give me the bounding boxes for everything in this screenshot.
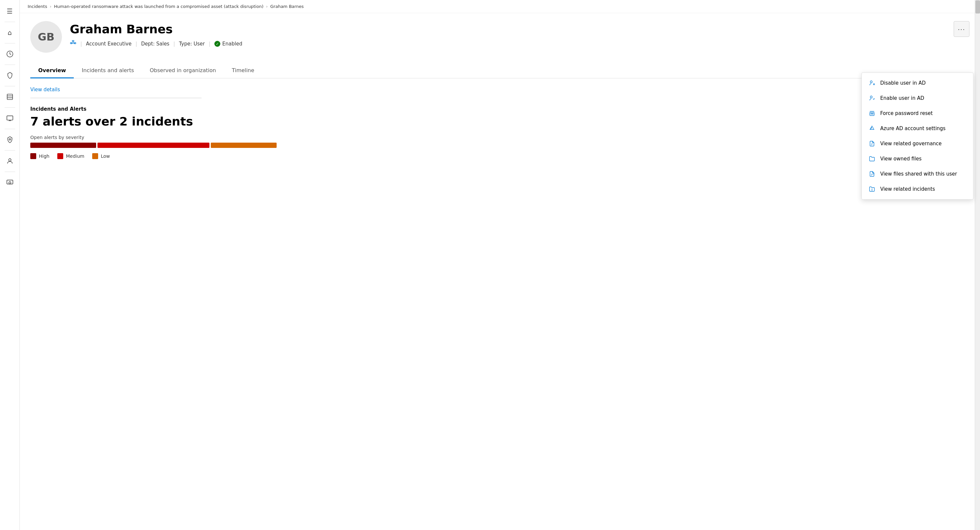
- menu-label-owned-files: View owned files: [880, 156, 922, 162]
- menu-label-incidents: View related incidents: [880, 186, 935, 192]
- incidents-icon: [869, 186, 876, 192]
- tab-overview[interactable]: Overview: [30, 63, 74, 78]
- svg-point-28: [872, 190, 872, 191]
- user-info: Graham Barnes | Account Executive |: [70, 21, 969, 48]
- menu-label-disable: Disable user in AD: [880, 80, 926, 86]
- eye-shield-icon[interactable]: [3, 132, 17, 147]
- sidebar-divider-2: [5, 43, 15, 43]
- svg-point-8: [9, 159, 11, 161]
- legend-color-high: [30, 153, 36, 159]
- user-dept: Dept: Sales: [141, 41, 170, 47]
- azure-icon: [869, 126, 876, 131]
- view-details-link[interactable]: View details: [30, 87, 60, 92]
- svg-point-22: [873, 113, 873, 114]
- svg-rect-10: [72, 40, 74, 41]
- content-area: GB Graham Barnes | Account Execu: [20, 13, 980, 530]
- menu-force-password[interactable]: Force password reset: [862, 106, 973, 121]
- shared-files-icon: [869, 171, 876, 177]
- sidebar-divider-4: [5, 86, 15, 86]
- user-meta: | Account Executive | Dept: Sales | Type…: [70, 40, 969, 48]
- meta-sep-3: |: [209, 41, 210, 47]
- scrollbar-thumb[interactable]: [975, 0, 980, 13]
- tabs: Overview Incidents and alerts Observed i…: [30, 63, 969, 78]
- password-icon: [869, 110, 876, 116]
- menu-icon[interactable]: ☰: [3, 4, 17, 18]
- severity-bars: [30, 143, 969, 148]
- bar-low: [211, 143, 277, 148]
- svg-rect-1: [7, 94, 13, 100]
- menu-disable-user[interactable]: Disable user in AD: [862, 75, 973, 91]
- clock-icon[interactable]: [3, 47, 17, 61]
- legend-medium: Medium: [57, 153, 84, 159]
- sidebar-divider-1: [5, 22, 15, 22]
- monitor-shield-icon[interactable]: [3, 175, 17, 190]
- legend-color-medium: [57, 153, 63, 159]
- menu-label-shared-files: View files shared with this user: [880, 171, 957, 177]
- user-header: GB Graham Barnes | Account Execu: [30, 21, 969, 53]
- meta-sep-1: |: [135, 41, 137, 47]
- menu-governance[interactable]: View related governance: [862, 136, 973, 151]
- menu-label-enable: Enable user in AD: [880, 95, 924, 101]
- status-dot: ✓: [215, 41, 220, 47]
- menu-shared-files[interactable]: View files shared with this user: [862, 166, 973, 181]
- org-icon: [70, 40, 76, 48]
- legend-color-low: [92, 153, 98, 159]
- person-icon[interactable]: [3, 154, 17, 168]
- svg-point-21: [872, 113, 872, 114]
- shield-icon[interactable]: [3, 68, 17, 83]
- sidebar: ☰ ⌂: [0, 0, 20, 530]
- breadcrumb-incidents[interactable]: Incidents: [28, 4, 47, 9]
- svg-rect-4: [6, 116, 13, 120]
- tab-timeline[interactable]: Timeline: [224, 63, 262, 78]
- bar-high: [30, 143, 96, 148]
- legend-high: High: [30, 153, 49, 159]
- svg-point-7: [9, 138, 11, 140]
- meta-sep-0: |: [80, 41, 82, 47]
- details-divider: [30, 98, 202, 98]
- person-disable-icon: [869, 80, 876, 86]
- bar-medium: [97, 143, 210, 148]
- scrollbar[interactable]: [975, 0, 980, 530]
- breadcrumb-sep-1: ›: [50, 4, 51, 9]
- alerts-headline: 7 alerts over 2 incidents: [30, 115, 969, 128]
- menu-related-incidents[interactable]: View related incidents: [862, 181, 973, 197]
- legend-low: Low: [92, 153, 110, 159]
- tab-observed[interactable]: Observed in organization: [142, 63, 224, 78]
- menu-label-password: Force password reset: [880, 110, 932, 116]
- breadcrumb: Incidents › Human-operated ransomware at…: [20, 0, 980, 13]
- sidebar-divider-7: [5, 150, 15, 151]
- legend-label-medium: Medium: [66, 153, 84, 159]
- sidebar-divider-5: [5, 107, 15, 108]
- section-title: Incidents and Alerts: [30, 106, 969, 112]
- user-role: Account Executive: [86, 41, 131, 47]
- files-icon: [869, 156, 876, 162]
- user-type: Type: User: [179, 41, 205, 47]
- legend-label-high: High: [39, 153, 49, 159]
- svg-point-18: [870, 96, 872, 98]
- main-content: Incidents › Human-operated ransomware at…: [20, 0, 980, 530]
- more-options-button[interactable]: ···: [954, 21, 969, 37]
- menu-owned-files[interactable]: View owned files: [862, 151, 973, 166]
- svg-point-20: [871, 113, 871, 114]
- sidebar-divider-3: [5, 65, 15, 65]
- severity-legend: High Medium Low: [30, 153, 969, 159]
- tab-incidents-alerts[interactable]: Incidents and alerts: [74, 63, 142, 78]
- avatar: GB: [30, 21, 62, 53]
- user-name: Graham Barnes: [70, 22, 969, 36]
- menu-label-governance: View related governance: [880, 141, 942, 146]
- breadcrumb-sep-2: ›: [266, 4, 268, 9]
- svg-rect-9: [6, 180, 13, 184]
- status-label: Enabled: [222, 41, 242, 47]
- svg-point-15: [870, 81, 872, 83]
- governance-icon: [869, 141, 876, 146]
- legend-label-low: Low: [101, 153, 110, 159]
- list-icon[interactable]: [3, 89, 17, 104]
- severity-label: Open alerts by severity: [30, 135, 969, 140]
- device-icon[interactable]: [3, 111, 17, 126]
- menu-azure-ad[interactable]: Azure AD account settings: [862, 121, 973, 136]
- home-icon[interactable]: ⌂: [3, 25, 17, 40]
- person-enable-icon: [869, 95, 876, 101]
- breadcrumb-incident-detail[interactable]: Human-operated ransomware attack was lau…: [54, 4, 263, 9]
- menu-enable-user[interactable]: Enable user in AD: [862, 91, 973, 106]
- meta-sep-2: |: [173, 41, 175, 47]
